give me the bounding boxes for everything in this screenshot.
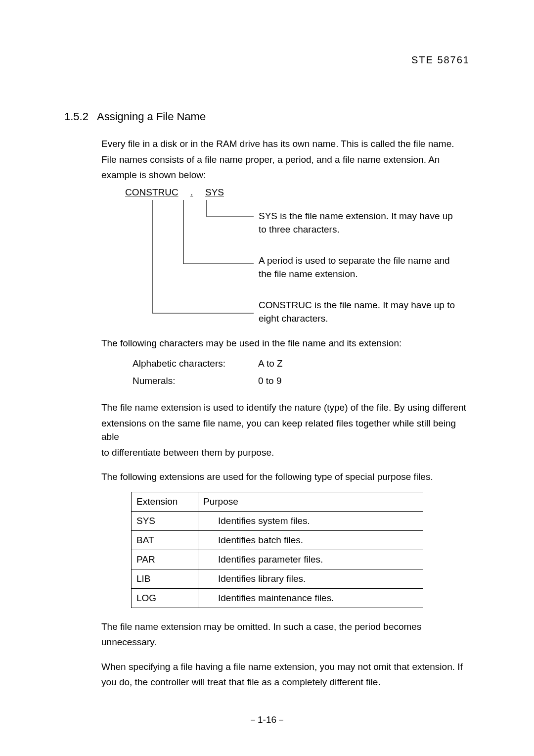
intro-line-3: example is shown below:	[101, 168, 470, 182]
char-list: Alphabetic characters: A to Z Numerals: …	[131, 355, 284, 390]
td-ext: LIB	[132, 569, 198, 588]
td-purpose: Identifies maintenance files.	[198, 588, 423, 608]
note-base-line-2: eight characters.	[259, 313, 328, 324]
td-ext: LOG	[132, 588, 198, 608]
table-row: Extension Purpose	[132, 492, 423, 511]
chars-para: The following characters may be used in …	[101, 336, 470, 350]
note-sys-line-1: SYS is the file name extension. It may h…	[259, 211, 453, 221]
num-label: Numerals:	[132, 373, 257, 389]
specify-l2: you do, the controller will treat that f…	[101, 675, 470, 689]
diagram-lines-icon	[125, 187, 273, 326]
td-ext: BAT	[132, 530, 198, 550]
td-ext: PAR	[132, 550, 198, 569]
section-heading: 1.5.2 Assigning a File Name	[64, 110, 470, 123]
intro-line-1: Every file in a disk or in the RAM drive…	[101, 137, 470, 151]
table-row: LOG Identifies maintenance files.	[132, 588, 423, 608]
intro-line-2: File names consists of a file name prope…	[101, 153, 470, 167]
note-period-line-1: A period is used to separate the file na…	[259, 255, 450, 266]
th-purpose: Purpose	[198, 492, 423, 511]
note-sys-line-2: to three characters.	[259, 224, 340, 235]
td-purpose: Identifies system files.	[198, 511, 423, 530]
table-row: SYS Identifies system files.	[132, 511, 423, 530]
td-ext: SYS	[132, 511, 198, 530]
ext-use-l1: The file name extension is used to ident…	[101, 401, 470, 415]
th-extension: Extension	[132, 492, 198, 511]
td-purpose: Identifies parameter files.	[198, 550, 423, 569]
table-row: PAR Identifies parameter files.	[132, 550, 423, 569]
td-purpose: Identifies library files.	[198, 569, 423, 588]
page-number: －1-16－	[0, 713, 534, 726]
alpha-range: A to Z	[258, 356, 283, 372]
alpha-label: Alphabetic characters:	[132, 356, 257, 372]
td-purpose: Identifies batch files.	[198, 530, 423, 550]
section-title: Assigning a File Name	[97, 110, 206, 123]
omit-l1: The file name extension may be omitted. …	[101, 620, 470, 634]
ext-use-l3: to differentiate between them by purpose…	[101, 446, 470, 460]
section-number: 1.5.2	[64, 110, 89, 123]
table-row: LIB Identifies library files.	[132, 569, 423, 588]
num-range: 0 to 9	[258, 373, 283, 389]
doc-code: STE 58761	[64, 54, 470, 66]
extension-table: Extension Purpose SYS Identifies system …	[131, 492, 423, 608]
ext-table-para: The following extensions are used for th…	[101, 470, 470, 484]
note-base-line-1: CONSTRUC is the file name. It may have u…	[259, 300, 455, 310]
table-row: BAT Identifies batch files.	[132, 530, 423, 550]
filename-diagram: CONSTRUC . SYS SYS is the file name exte…	[125, 187, 470, 326]
specify-l1: When specifying a file having a file nam…	[101, 660, 470, 674]
omit-l2: unnecessary.	[101, 635, 470, 649]
ext-use-l2: extensions on the same file name, you ca…	[101, 417, 470, 444]
note-period-line-2: the file name extension.	[259, 269, 358, 279]
